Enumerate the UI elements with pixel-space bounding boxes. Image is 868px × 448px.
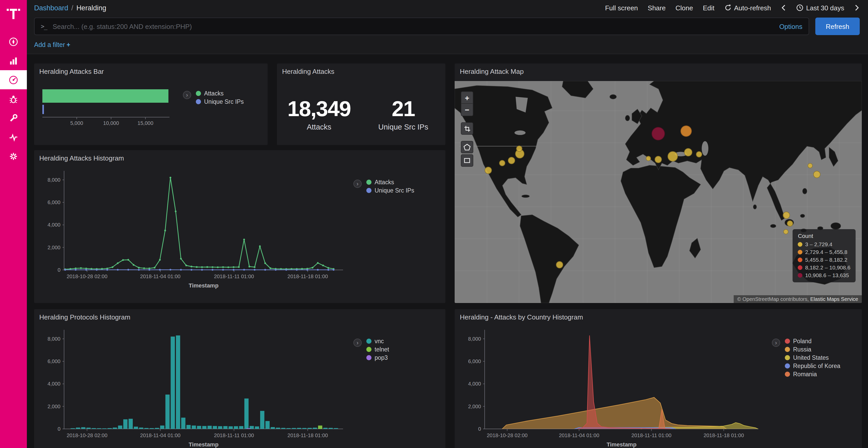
- map-zoom-in-button[interactable]: +: [461, 91, 473, 104]
- map-marker[interactable]: [681, 126, 692, 137]
- time-picker-button[interactable]: Last 30 days: [797, 4, 844, 12]
- sidebar: [0, 0, 27, 448]
- legend-item[interactable]: pop3: [366, 354, 389, 361]
- sidebar-item-tools[interactable]: [0, 108, 27, 128]
- map-zoom-out-button[interactable]: −: [461, 104, 473, 116]
- svg-text:2018-11-18 01:00: 2018-11-18 01:00: [704, 433, 744, 438]
- svg-text:2018-11-11 01:00: 2018-11-11 01:00: [214, 274, 254, 279]
- map-marker[interactable]: [813, 171, 821, 178]
- legend-item[interactable]: Russia: [785, 346, 840, 352]
- map-draw-rectangle-button[interactable]: [461, 154, 473, 167]
- legend-toggle-button[interactable]: ›: [772, 339, 780, 347]
- legend-toggle-button[interactable]: ›: [183, 91, 191, 99]
- time-range-prev-button[interactable]: [781, 4, 786, 11]
- country-area-chart[interactable]: 02,0004,0006,0008,0002018-10-28 02:00201…: [459, 322, 769, 448]
- metric-unique-src-ips: 21 Unique Src IPs: [361, 98, 445, 131]
- map-marker[interactable]: [652, 127, 665, 141]
- map-count-legend: Count 3 – 2,729.42,729.4 – 5,455.85,455.…: [793, 229, 856, 282]
- map-marker[interactable]: [499, 160, 505, 166]
- map-marker[interactable]: [684, 148, 692, 157]
- map-marker[interactable]: [667, 151, 678, 162]
- map-legend-items: 3 – 2,729.42,729.4 – 5,455.85,455.8 – 8,…: [798, 241, 850, 278]
- svg-text:2018-11-18 01:00: 2018-11-18 01:00: [287, 274, 328, 279]
- legend-item[interactable]: vnc: [366, 338, 389, 344]
- attacks-line-chart[interactable]: 02,0004,0006,0008,0002018-10-28 02:00201…: [38, 164, 353, 303]
- crop-icon: [464, 125, 470, 132]
- sidebar-item-discover[interactable]: [0, 32, 27, 51]
- share-button[interactable]: Share: [648, 4, 665, 12]
- legend-item[interactable]: Poland: [785, 338, 840, 344]
- sidebar-item-dashboard[interactable]: [0, 70, 27, 89]
- telekom-logo[interactable]: [6, 6, 21, 20]
- chart-legend: PolandRussiaUnited StatesRepublic of Kor…: [785, 338, 840, 377]
- legend-item[interactable]: 10,908.6 – 13,635: [798, 272, 850, 278]
- metric-value: 18,349: [277, 98, 361, 120]
- map-marker[interactable]: [696, 151, 702, 158]
- legend-toggle-button[interactable]: ›: [353, 339, 362, 347]
- legend-color-dot: [366, 188, 371, 193]
- map-fit-data-button[interactable]: [461, 122, 473, 135]
- time-range-next-button[interactable]: [854, 4, 860, 11]
- search-input[interactable]: [52, 22, 775, 31]
- chart-legend: vnctelnetpop3: [366, 338, 389, 361]
- breadcrumb: Dashboard / Heralding: [34, 4, 106, 12]
- legend-item[interactable]: 8,182.2 – 10,908.6: [798, 264, 850, 271]
- clock-icon: [797, 4, 804, 11]
- legend-item[interactable]: Romania: [785, 371, 840, 377]
- legend-item[interactable]: telnet: [366, 346, 389, 352]
- legend-item[interactable]: Unique Src IPs: [196, 99, 244, 105]
- topbar-actions: Full screen Share Clone Edit Auto-refres…: [605, 4, 860, 12]
- search-options-link[interactable]: Options: [779, 23, 802, 30]
- edit-button[interactable]: Edit: [703, 4, 715, 12]
- map-marker[interactable]: [783, 212, 790, 219]
- map-marker[interactable]: [516, 145, 522, 151]
- breadcrumb-separator: /: [71, 4, 73, 12]
- wrench-icon: [8, 113, 19, 123]
- legend-item[interactable]: Attacks: [366, 179, 414, 185]
- clone-button[interactable]: Clone: [676, 4, 693, 12]
- map-marker[interactable]: [655, 156, 662, 163]
- legend-color-dot: [785, 372, 790, 377]
- sidebar-item-settings[interactable]: [0, 146, 27, 166]
- panel-title: Heralding Attacks Histogram: [34, 150, 445, 163]
- sidebar-item-monitoring[interactable]: [0, 128, 27, 146]
- map-marker[interactable]: [508, 157, 516, 164]
- legend-item[interactable]: 3 – 2,729.4: [798, 241, 850, 247]
- refresh-button[interactable]: Refresh: [815, 18, 860, 35]
- legend-item[interactable]: United States: [785, 354, 840, 361]
- legend-item[interactable]: Republic of Korea: [785, 363, 840, 369]
- sidebar-item-attack-stats[interactable]: [0, 89, 27, 108]
- legend-item[interactable]: Attacks: [196, 90, 244, 97]
- map-marker[interactable]: [783, 229, 788, 234]
- svg-text:4,000: 4,000: [468, 381, 481, 387]
- gear-icon: [8, 151, 19, 161]
- legend-item[interactable]: Unique Src IPs: [366, 187, 414, 194]
- map-draw-polygon-button[interactable]: [461, 141, 473, 153]
- legend-label: Unique Src IPs: [375, 187, 414, 194]
- auto-refresh-button[interactable]: Auto-refresh: [724, 4, 771, 12]
- protocols-bar-chart[interactable]: 02,0004,0006,0008,0002018-10-28 02:00201…: [38, 322, 353, 448]
- attacks-bar-chart[interactable]: 5,00010,00015,000: [39, 86, 184, 134]
- attack-map[interactable]: + −: [455, 81, 862, 303]
- legend-toggle-button[interactable]: ›: [353, 180, 362, 188]
- dashboard-grid: Heralding Attacks Bar 5,00010,00015,000 …: [27, 54, 868, 448]
- map-marker[interactable]: [485, 167, 492, 174]
- map-marker[interactable]: [646, 156, 651, 161]
- add-filter-link[interactable]: Add a filter+: [34, 41, 70, 48]
- sidebar-item-visualize[interactable]: [0, 51, 27, 70]
- legend-item[interactable]: 5,455.8 – 8,182.2: [798, 256, 850, 263]
- panel-attacks-by-country-histogram: Heralding - Attacks by Country Histogram…: [455, 309, 862, 448]
- map-marker[interactable]: [787, 221, 793, 227]
- breadcrumb-dashboard-link[interactable]: Dashboard: [34, 4, 68, 12]
- map-marker[interactable]: [556, 261, 563, 268]
- metric-label: Unique Src IPs: [361, 123, 445, 131]
- panel-title: Heralding Attack Map: [455, 64, 862, 76]
- svg-text:6,000: 6,000: [48, 200, 60, 205]
- legend-color-dot: [785, 339, 790, 344]
- map-marker[interactable]: [808, 163, 813, 169]
- legend-label: Attacks: [204, 90, 223, 97]
- full-screen-button[interactable]: Full screen: [605, 4, 638, 12]
- legend-item[interactable]: 2,729.4 – 5,455.8: [798, 249, 850, 255]
- svg-text:0: 0: [58, 426, 60, 432]
- svg-text:0: 0: [58, 267, 60, 273]
